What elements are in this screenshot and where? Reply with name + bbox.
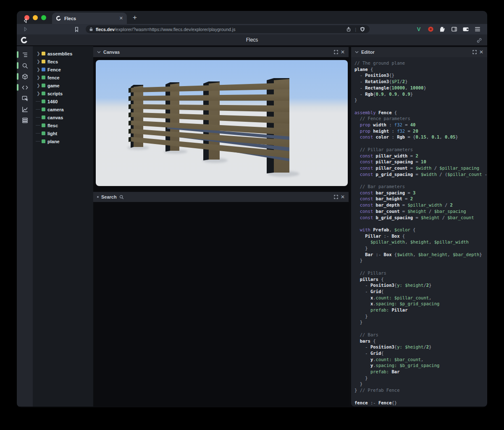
share-link-icon[interactable] bbox=[476, 37, 482, 43]
tree-item-flecs[interactable]: ❯flecs bbox=[33, 58, 93, 66]
code-line: - Rectangle{10000, 10000} bbox=[354, 85, 487, 91]
sidebar-code-icon[interactable] bbox=[17, 82, 33, 93]
entity-color-square bbox=[42, 131, 45, 135]
tree-guide-line bbox=[36, 117, 40, 118]
expand-chevron-icon[interactable]: ❯ bbox=[36, 92, 41, 96]
center-column: Canvas ✕ bbox=[93, 46, 349, 406]
entity-color-square bbox=[42, 92, 45, 95]
expand-chevron-icon[interactable]: ❯ bbox=[36, 68, 41, 72]
collapse-chevron-icon[interactable] bbox=[97, 51, 101, 53]
code-editor[interactable]: // The ground planeplane { - Position3{}… bbox=[351, 57, 487, 406]
red-extension-icon[interactable] bbox=[427, 26, 434, 33]
tree-item-label: scripts bbox=[47, 91, 63, 96]
expand-chevron-icon[interactable]: ❯ bbox=[36, 52, 41, 56]
sidebar-tree-outline-icon[interactable] bbox=[17, 49, 33, 60]
tree-guide-line bbox=[36, 109, 40, 110]
tree-item-camera[interactable]: camera bbox=[33, 105, 93, 113]
sidebar-inspect-icon[interactable] bbox=[17, 93, 33, 104]
url-host: flecs.dev bbox=[96, 27, 115, 32]
bookmarks-icon[interactable] bbox=[72, 25, 81, 34]
3d-viewport[interactable] bbox=[96, 60, 348, 186]
flecs-logo-icon bbox=[21, 37, 28, 44]
code-line: const bar_count = $height / $bar_spacing bbox=[354, 208, 487, 215]
fullscreen-icon[interactable] bbox=[472, 50, 477, 54]
zoom-window-button[interactable] bbox=[41, 15, 46, 20]
sidebar-storage-icon[interactable] bbox=[17, 115, 33, 126]
sidebar-stats-chart-icon[interactable] bbox=[17, 104, 33, 115]
code-line: } // Prefab Fence bbox=[354, 387, 487, 393]
app-title: Flecs bbox=[246, 37, 258, 43]
tree-item-Fence[interactable]: ❯Fence bbox=[33, 66, 93, 73]
tree-guide-line bbox=[36, 125, 40, 126]
code-line: - Position3{y: $height/2} bbox=[354, 344, 487, 350]
vue-devtools-icon[interactable]: V bbox=[415, 26, 423, 33]
menu-icon[interactable] bbox=[474, 26, 481, 33]
code-line: - Rgb{0.9, 0.9, 0.9} bbox=[354, 91, 487, 97]
code-line: const pillar_spacing = 10 bbox=[354, 159, 487, 165]
browser-tab[interactable]: Flecs ✕ bbox=[52, 13, 127, 24]
code-line: x.spacing: $p_grid_spacing bbox=[354, 301, 487, 307]
puzzle-extensions-icon[interactable] bbox=[438, 26, 446, 33]
tree-item-label: assemblies bbox=[47, 51, 72, 56]
editor-panel: Editor ✕ // The ground planeplane { - Po… bbox=[351, 46, 487, 406]
expand-chevron-icon[interactable]: ❯ bbox=[36, 76, 41, 80]
fullscreen-icon[interactable] bbox=[334, 50, 338, 54]
url-bar[interactable]: flecs.dev /explorer/?wasm=https://www.fl… bbox=[86, 25, 370, 33]
code-line bbox=[354, 177, 487, 184]
lock-icon bbox=[89, 27, 93, 31]
code-line: const p_grid_spacing = $width / ($pillar… bbox=[354, 171, 487, 178]
sidebar-search-icon[interactable] bbox=[17, 60, 33, 71]
expand-chevron-icon[interactable]: ❯ bbox=[36, 84, 41, 88]
code-line: const bar_height = 2 bbox=[354, 196, 487, 202]
minimize-window-button[interactable] bbox=[33, 15, 38, 20]
entity-color-square bbox=[42, 100, 45, 103]
tree-item-fence[interactable]: ❯fence bbox=[33, 73, 93, 81]
expand-chevron-icon[interactable]: ❯ bbox=[36, 60, 41, 64]
code-line: const b_grid_spacing = $height / $bar_co… bbox=[354, 215, 487, 221]
tree-item-canvas[interactable]: canvas bbox=[33, 113, 93, 121]
code-line: Bar :- Box {$width, $bar_height, $bar_de… bbox=[354, 252, 487, 258]
active-indicator bbox=[17, 73, 18, 80]
tree-item-light[interactable]: light bbox=[33, 129, 93, 137]
tree-item-scripts[interactable]: ❯scripts bbox=[33, 89, 93, 97]
wallet-icon[interactable] bbox=[462, 26, 470, 33]
new-tab-button[interactable]: + bbox=[133, 14, 137, 21]
tree-item-assemblies[interactable]: ❯assemblies bbox=[33, 50, 93, 58]
code-line bbox=[354, 393, 487, 400]
forward-icon[interactable] bbox=[21, 25, 29, 34]
url-path: /explorer/?wasm=https://www.flecs.dev/ex… bbox=[115, 27, 342, 32]
tree-item-plane[interactable]: plane bbox=[33, 137, 93, 145]
back-icon[interactable] bbox=[21, 17, 29, 25]
fullscreen-icon[interactable] bbox=[334, 195, 338, 199]
close-panel-icon[interactable]: ✕ bbox=[341, 194, 345, 200]
code-line: y.count: $bar_count, bbox=[354, 357, 487, 363]
search-panel-title: Search bbox=[101, 194, 117, 199]
icon-sidebar bbox=[17, 46, 33, 406]
collapsed-dot-icon[interactable] bbox=[97, 196, 99, 198]
code-line: const pillar_count = $width / $pillar_sp… bbox=[354, 165, 487, 171]
code-line: - Position3{} bbox=[354, 72, 487, 79]
shield-icon[interactable] bbox=[359, 26, 366, 33]
share-icon[interactable] bbox=[345, 26, 352, 33]
code-line: Pillar :- Box { bbox=[354, 233, 487, 239]
tab-favicon-flecs-logo-icon bbox=[56, 16, 61, 21]
tree-item-game[interactable]: ❯game bbox=[33, 81, 93, 89]
code-line: y.spacing: $b_grid_spacing bbox=[354, 362, 487, 369]
collapse-chevron-icon[interactable] bbox=[355, 51, 359, 53]
code-line: with Prefab, $color { bbox=[354, 227, 487, 233]
tree-item-1460[interactable]: 1460 bbox=[33, 97, 93, 105]
entity-color-square bbox=[42, 52, 45, 55]
code-line: // Pillars bbox=[354, 270, 487, 276]
sidebar-toggle-icon[interactable] bbox=[450, 26, 458, 33]
code-line bbox=[354, 140, 487, 147]
code-line: } bbox=[354, 97, 487, 103]
code-line: bars { bbox=[354, 338, 487, 344]
close-panel-icon[interactable]: ✕ bbox=[479, 49, 483, 55]
canvas-panel-title: Canvas bbox=[103, 50, 120, 55]
entity-color-square bbox=[42, 60, 45, 63]
close-panel-icon[interactable]: ✕ bbox=[341, 49, 345, 55]
tab-close-icon[interactable]: ✕ bbox=[119, 16, 123, 21]
code-line: // The ground plane bbox=[354, 60, 487, 66]
sidebar-cube-icon[interactable] bbox=[17, 71, 33, 82]
tree-item-flesc[interactable]: flesc bbox=[33, 121, 93, 129]
